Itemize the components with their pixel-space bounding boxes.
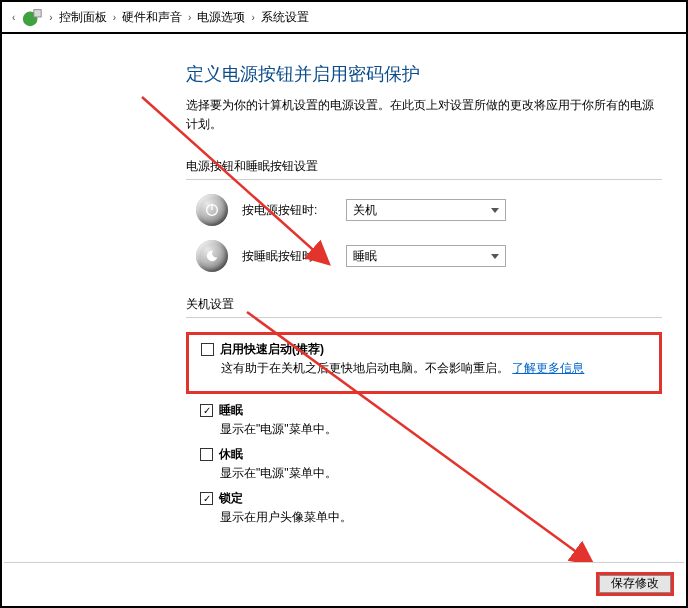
svg-rect-1: [34, 10, 41, 17]
breadcrumb-system-settings[interactable]: 系统设置: [261, 9, 309, 26]
breadcrumb: ‹ › 控制面板 › 硬件和声音 › 电源选项 › 系统设置: [2, 2, 686, 34]
lock-checkbox[interactable]: [200, 492, 213, 505]
learn-more-link[interactable]: 了解更多信息: [512, 361, 584, 375]
chevron-left-icon: ‹: [10, 12, 17, 23]
fast-startup-row: 启用快速启动(推荐): [201, 341, 651, 358]
power-icon: [196, 194, 228, 226]
lock-label: 锁定: [219, 490, 243, 507]
hibernate-desc: 显示在"电源"菜单中。: [220, 465, 662, 482]
sleep-button-label: 按睡眠按钮时:: [242, 248, 332, 265]
sleep-button-value: 睡眠: [353, 248, 377, 265]
section-shutdown-title: 关机设置: [186, 296, 662, 313]
sleep-checkbox[interactable]: [200, 404, 213, 417]
fast-startup-checkbox[interactable]: [201, 343, 214, 356]
footer-bar: 保存修改: [4, 562, 684, 604]
window: ‹ › 控制面板 › 硬件和声音 › 电源选项 › 系统设置 定义电源按钮并启用…: [0, 0, 688, 608]
lock-row: 锁定: [200, 490, 662, 507]
page-desc: 选择要为你的计算机设置的电源设置。在此页上对设置所做的更改将应用于你所有的电源计…: [186, 96, 662, 134]
chevron-right-icon: ›: [111, 12, 118, 23]
breadcrumb-control-panel[interactable]: 控制面板: [59, 9, 107, 26]
save-button[interactable]: 保存修改: [596, 572, 674, 596]
fast-startup-desc: 这有助于在关机之后更快地启动电脑。不会影响重启。 了解更多信息: [221, 360, 651, 377]
lock-desc: 显示在用户头像菜单中。: [220, 509, 662, 526]
sleep-icon: [196, 240, 228, 272]
sleep-label: 睡眠: [219, 402, 243, 419]
breadcrumb-hardware-sound[interactable]: 硬件和声音: [122, 9, 182, 26]
hibernate-checkbox[interactable]: [200, 448, 213, 461]
power-button-value: 关机: [353, 202, 377, 219]
fast-startup-highlight: 启用快速启动(推荐) 这有助于在关机之后更快地启动电脑。不会影响重启。 了解更多…: [186, 332, 662, 394]
power-button-row: 按电源按钮时: 关机: [196, 194, 662, 226]
sleep-row: 睡眠: [200, 402, 662, 419]
power-button-label: 按电源按钮时:: [242, 202, 332, 219]
sleep-desc: 显示在"电源"菜单中。: [220, 421, 662, 438]
fast-startup-label: 启用快速启动(推荐): [220, 341, 324, 358]
chevron-right-icon: ›: [47, 12, 54, 23]
hibernate-row: 休眠: [200, 446, 662, 463]
hibernate-label: 休眠: [219, 446, 243, 463]
breadcrumb-power-options[interactable]: 电源选项: [197, 9, 245, 26]
section-rule: [186, 179, 662, 180]
power-button-select[interactable]: 关机: [346, 199, 506, 221]
content-area: 定义电源按钮并启用密码保护 选择要为你的计算机设置的电源设置。在此页上对设置所做…: [186, 62, 662, 534]
chevron-right-icon: ›: [186, 12, 193, 23]
control-panel-icon: [21, 7, 43, 27]
page-title: 定义电源按钮并启用密码保护: [186, 62, 662, 86]
section-rule: [186, 317, 662, 318]
sleep-button-select[interactable]: 睡眠: [346, 245, 506, 267]
chevron-right-icon: ›: [249, 12, 256, 23]
sleep-button-row: 按睡眠按钮时: 睡眠: [196, 240, 662, 272]
section-buttons-title: 电源按钮和睡眠按钮设置: [186, 158, 662, 175]
save-button-label: 保存修改: [611, 575, 659, 592]
